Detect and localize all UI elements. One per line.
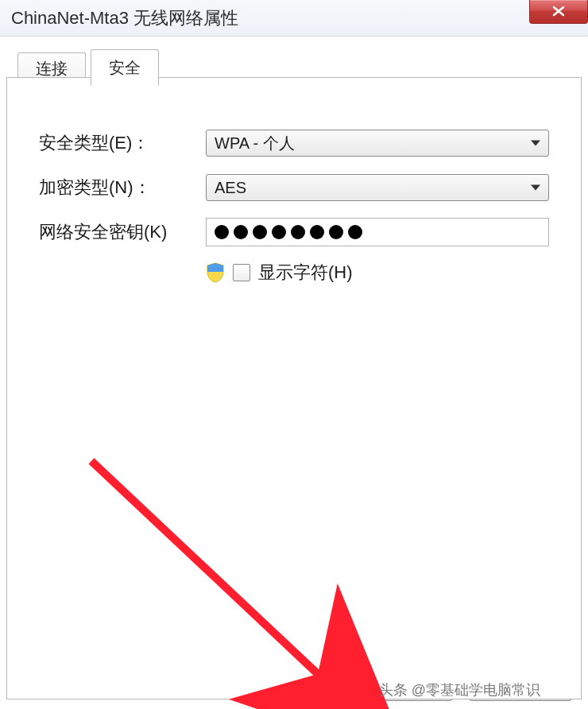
window-title: ChinaNet-Mta3 无线网络属性 xyxy=(11,6,238,30)
tab-security-label: 安全 xyxy=(109,57,141,79)
password-dot xyxy=(329,225,343,239)
password-dot xyxy=(253,225,267,239)
shield-icon xyxy=(206,262,225,283)
security-key-label: 网络安全密钥(K) xyxy=(39,220,206,244)
show-characters-checkbox[interactable] xyxy=(233,264,250,281)
security-key-input[interactable] xyxy=(206,218,549,246)
encryption-type-label: 加密类型(N)： xyxy=(39,176,206,200)
security-type-label: 安全类型(E)： xyxy=(39,131,206,155)
password-dot xyxy=(348,225,362,239)
password-dot xyxy=(215,225,229,239)
dialog-window: ChinaNet-Mta3 无线网络属性 连接 安全 安全类型(E)： WPA … xyxy=(0,0,588,709)
chevron-down-icon xyxy=(531,185,540,191)
encryption-type-combobox[interactable]: AES xyxy=(206,174,549,201)
encryption-type-value: AES xyxy=(215,179,246,197)
close-button[interactable] xyxy=(529,0,588,24)
tab-connection-label: 连接 xyxy=(36,58,68,79)
chevron-down-icon xyxy=(531,141,540,146)
security-type-value: WPA - 个人 xyxy=(215,133,295,154)
password-dot xyxy=(234,225,248,239)
row-encryption-type: 加密类型(N)： AES xyxy=(39,172,549,203)
password-dot xyxy=(291,225,305,239)
password-dot xyxy=(272,225,286,239)
tab-panel-security: 安全类型(E)： WPA - 个人 加密类型(N)： AES 网络安全密钥(K) xyxy=(6,77,582,699)
show-characters-label: 显示字符(H) xyxy=(258,261,353,285)
close-icon xyxy=(551,5,566,19)
row-show-characters: 显示字符(H) xyxy=(206,261,549,285)
titlebar[interactable]: ChinaNet-Mta3 无线网络属性 xyxy=(0,0,588,37)
password-dot xyxy=(310,225,324,239)
client-area: 连接 安全 安全类型(E)： WPA - 个人 加密类型(N)： AES xyxy=(0,37,588,709)
security-type-combobox[interactable]: WPA - 个人 xyxy=(206,130,549,157)
row-security-key: 网络安全密钥(K) xyxy=(39,216,549,248)
tab-strip: 连接 安全 xyxy=(11,45,577,79)
password-mask xyxy=(215,225,362,239)
row-security-type: 安全类型(E)： WPA - 个人 xyxy=(39,127,549,159)
tab-security[interactable]: 安全 xyxy=(91,49,159,86)
